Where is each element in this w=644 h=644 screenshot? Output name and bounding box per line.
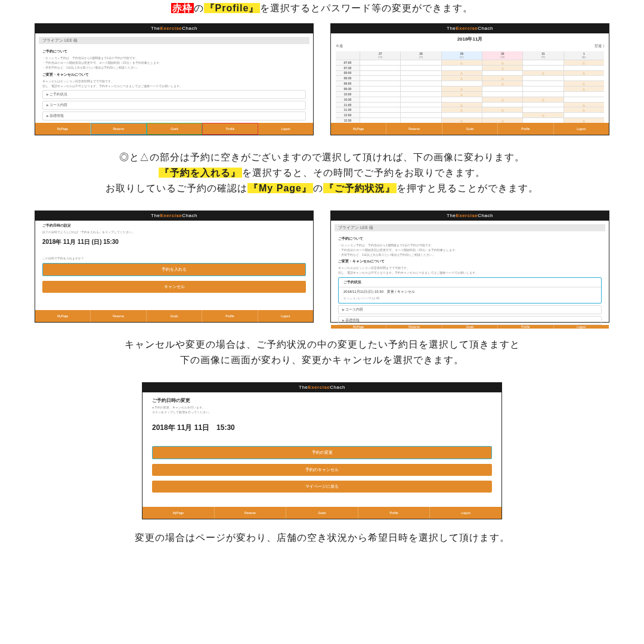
calendar-slot[interactable]: △ [564,60,604,65]
calendar-slot[interactable]: △ [482,118,522,123]
reservation-item[interactable]: 2018/11月11日(日) 15:30 変更 / キャンセル [339,287,601,296]
calendar-slot [564,113,604,117]
accordion-reservations[interactable]: ご予約状況 [42,90,306,99]
calendar-slot[interactable]: △ [482,97,522,102]
accordion-course[interactable]: コース内容 [42,101,306,110]
calendar-slot [523,81,563,86]
selected-datetime: 2018年 11月 11日 15:30 [152,423,492,433]
calendar-slot [482,71,522,76]
paragraph-3: キャンセルや変更の場合は、ご予約状況の中の変更したい予約日を選択して頂きますと … [11,337,633,368]
screenshot-confirm-booking: TheExerciseChach ご予約日時の設定 以下の日時でよろしければ『予… [35,210,314,323]
calendar-slot[interactable]: △ [482,107,522,112]
calendar-slot [360,92,400,97]
calendar-slot [482,113,522,117]
calendar-slot [360,113,400,117]
app-titlebar: TheExerciseChach [143,383,501,392]
time-label: 08:00 [336,71,360,76]
app-titlebar: TheExerciseChach [35,211,313,221]
calendar-slot[interactable]: △ [442,76,482,80]
calendar-slot[interactable]: △ [442,86,482,91]
calendar-slot [401,107,441,112]
calendar-slot [523,76,563,80]
calendar-slot [401,118,441,123]
time-label: 11:00 [336,103,360,107]
calendar-slot[interactable]: △ [564,118,604,123]
calendar-slot[interactable]: △ [523,113,563,117]
calendar-day-header: 28(月) [401,51,441,60]
calendar-slot [401,113,441,117]
time-label: 09:00 [336,81,360,86]
calendar-slot [442,81,482,86]
calendar-slot [401,97,441,102]
calendar-slot [523,107,563,112]
cal-next[interactable]: 翌週 ⟩ [595,44,604,49]
accordion-reservations-open[interactable]: ご予約状況 2018/11月11日(日) 15:30 変更 / キャンセル セッ… [338,277,602,304]
calendar-slot [564,76,604,80]
calendar-slot [360,81,400,86]
calendar-day-header: 29(火) [442,51,482,60]
calendar-slot[interactable]: △ [442,103,482,107]
calendar-slot[interactable]: △ [482,66,522,70]
paragraph-2: ◎と△の部分は予約に空きがございますので選択して頂ければ、下の画像に変わります。… [11,150,633,196]
time-label: 11:30 [336,107,360,112]
calendar-slot[interactable]: △ [442,107,482,112]
calendar-slot [360,86,400,91]
app-titlebar: TheExerciseChach [35,24,313,33]
intro-line: 赤枠の『Profile』を選択するとパスワード等の変更ができます。 [11,2,633,15]
tab-mypage[interactable]: MyPage [35,123,91,135]
tab-reserve[interactable]: Reserve [91,123,147,135]
calendar-slot [482,103,522,107]
calendar-slot[interactable]: △ [564,71,604,76]
calendar-slot[interactable]: △ [482,60,522,65]
calendar-slot [523,92,563,97]
footer-tabs: MyPage Reserve Goals Profile Logout [35,310,313,322]
calendar-slot [523,103,563,107]
highlight-red: 赤枠 [171,3,194,13]
calendar-slot [442,66,482,70]
calendar-day-header: 30(水) [482,51,522,60]
calendar-slot [523,86,563,91]
calendar-slot[interactable]: △ [482,76,522,80]
time-label: 10:30 [336,97,360,102]
confirm-booking-button[interactable]: 予約を入れる [42,263,306,276]
calendar-slot [401,76,441,80]
time-label: 10:00 [336,92,360,97]
calendar-day-header: 27(日) [360,51,400,60]
tab-goals[interactable]: Goals [147,123,203,135]
calendar-slot[interactable]: △ [564,81,604,86]
screenshot-calendar: TheExerciseChach 2018年11月 今週翌週 ⟩ 27(日)28… [330,23,609,135]
calendar-slot[interactable]: △ [523,71,563,76]
screenshot-change-cancel: TheExerciseChach ご予約日時の変更 ● 予約の変更、キャンセルを… [142,382,502,519]
calendar-slot [401,71,441,76]
calendar-slot [401,81,441,86]
calendar-slot[interactable]: △ [482,81,522,86]
calendar-slot[interactable]: △ [442,118,482,123]
calendar-slot [360,97,400,102]
cancel-button[interactable]: キャンセル [42,281,306,293]
calendar-slot [564,66,604,70]
time-label: 07:00 [336,60,360,65]
time-label: 12:00 [336,113,360,117]
calendar-slot[interactable]: △ [564,103,604,107]
app-titlebar: TheExerciseChach [331,211,609,221]
tab-logout[interactable]: Logout [258,123,313,135]
calendar-slot[interactable]: △ [564,107,604,112]
calendar-slot[interactable]: △ [564,86,604,91]
footer-tabs: MyPage Reserve Goals Profile Logout [35,123,313,135]
cancel-booking-button[interactable]: 予約のキャンセル [152,464,492,476]
calendar-slot [523,60,563,65]
calendar-slot[interactable]: △ [442,60,482,65]
cal-prev[interactable]: 今週 [336,44,343,49]
time-label: 08:30 [336,76,360,80]
paragraph-4: 変更の場合はページが変わり、店舗の空き状況から希望日時を選択して頂けます。 [11,530,633,546]
tab-profile[interactable]: Profile [202,123,258,135]
back-to-mypage-button[interactable]: マイページに戻る [152,481,492,493]
change-booking-button[interactable]: 予約の変更 [152,446,492,459]
calendar-slot[interactable]: △ [442,71,482,76]
calendar-slot[interactable]: △ [523,97,563,102]
calendar-slot [401,86,441,91]
calendar-slot[interactable]: △ [442,92,482,97]
calendar-slot [564,97,604,102]
calendar-slot [482,92,522,97]
accordion-basic[interactable]: 基礎情報 [42,112,306,120]
